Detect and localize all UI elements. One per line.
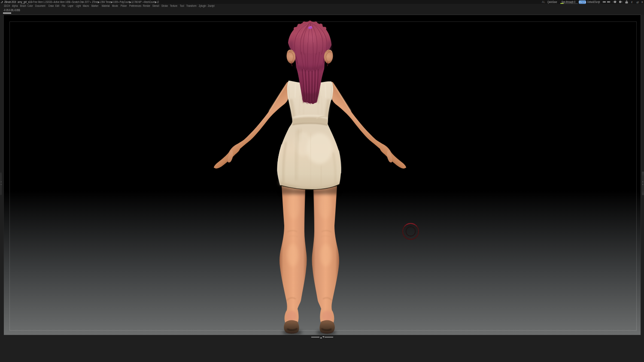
svg-text:z: z — [631, 0, 633, 4]
svg-text:x: x — [641, 0, 643, 3]
svg-text:@: @ — [636, 0, 639, 4]
